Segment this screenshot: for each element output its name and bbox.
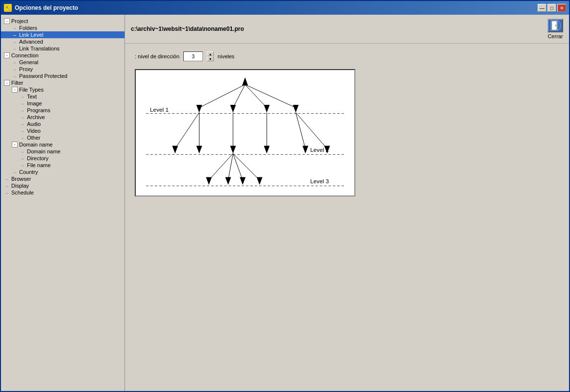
sidebar-item-domain-name[interactable]: – Domain name [1, 148, 124, 155]
sidebar-item-image[interactable]: – Image [1, 100, 124, 107]
svg-marker-35 [240, 177, 246, 185]
sidebar-item-password-protected[interactable]: – Password Protected [1, 73, 124, 79]
sidebar-item-filter[interactable]: - Filter [1, 79, 124, 86]
sidebar-label-country: Country [19, 169, 38, 175]
connector-advanced: – [12, 39, 18, 45]
sidebar-item-proxy[interactable]: – Proxy [1, 66, 124, 73]
nivel-row: : nivel de dirección ▲ ▼ niveles [135, 51, 559, 61]
sidebar-item-link-level[interactable]: – Link Level [1, 31, 124, 38]
sidebar-item-directory[interactable]: – Directory [1, 155, 124, 162]
cerrar-label: Cerrar [547, 33, 563, 39]
sidebar-label-directory: Directory [27, 155, 49, 161]
sidebar-item-text[interactable]: – Text [1, 93, 124, 100]
sidebar-item-general[interactable]: – General [1, 59, 124, 66]
sidebar-item-folders[interactable]: – Folders [1, 24, 124, 31]
connector-country: – [12, 169, 18, 175]
expand-icon-domain-name[interactable]: - [12, 142, 18, 147]
window-icon: 🔧 [4, 4, 12, 12]
sidebar-item-browser[interactable]: – Browser [1, 175, 124, 182]
nivel-spinner: ▲ ▼ [207, 51, 214, 61]
nivel-label: : nivel de dirección [135, 53, 179, 59]
svg-marker-10 [197, 105, 202, 113]
expand-icon-file-types[interactable]: - [12, 87, 18, 93]
connector-link-translations: – [12, 46, 18, 51]
connector-link-level: – [12, 32, 18, 38]
connector-folders: – [12, 25, 18, 31]
svg-marker-19 [172, 146, 178, 154]
title-bar: 🔧 Opciones del proyecto — □ ✕ [1, 1, 569, 15]
sidebar-label-file-types: File Types [19, 87, 44, 93]
sidebar-label-project: Project [11, 18, 28, 24]
sidebar-item-connection[interactable]: - Connection [1, 52, 124, 59]
spinner-down-button[interactable]: ▼ [207, 56, 214, 61]
connector-general: – [12, 59, 18, 65]
nivel-input[interactable] [183, 51, 203, 61]
nivel-suffix: niveles [218, 53, 234, 59]
svg-line-11 [233, 85, 245, 108]
sidebar-item-programs[interactable]: – Programs [1, 107, 124, 114]
sidebar-item-link-translations[interactable]: – Link Translations [1, 45, 124, 52]
sidebar-item-country[interactable]: – Country [1, 169, 124, 175]
svg-marker-31 [206, 177, 212, 185]
sidebar-item-display[interactable]: – Display [1, 182, 124, 189]
svg-line-18 [175, 113, 199, 149]
sidebar-item-project[interactable]: - Project [1, 18, 124, 24]
sidebar-item-audio[interactable]: – Audio [1, 121, 124, 127]
connector-directory: – [20, 155, 25, 161]
svg-rect-2 [555, 24, 556, 26]
connector-password-protected: – [12, 73, 18, 79]
expand-icon-connection[interactable]: - [4, 52, 10, 58]
title-bar-left: 🔧 Opciones del proyecto [4, 4, 78, 12]
svg-marker-23 [230, 146, 236, 154]
door-icon [549, 20, 561, 31]
sidebar-item-file-types[interactable]: - File Types [1, 86, 124, 93]
sidebar-item-other[interactable]: – Other [1, 134, 124, 141]
svg-marker-37 [257, 177, 263, 185]
close-button[interactable]: ✕ [557, 4, 566, 12]
spinner-up-button[interactable]: ▲ [207, 51, 214, 56]
sidebar-label-password-protected: Password Protected [19, 73, 67, 79]
sidebar-label-programs: Programs [27, 107, 50, 113]
sidebar-label-display: Display [11, 183, 29, 189]
sidebar-label-domain-name: Domain name [27, 148, 60, 154]
sidebar-label-connection: Connection [11, 52, 39, 58]
sidebar-item-domain-name-group[interactable]: - Domain name [1, 141, 124, 148]
sidebar-label-text: Text [27, 94, 37, 99]
connector-text: – [20, 94, 25, 99]
svg-marker-27 [302, 146, 308, 154]
sidebar-label-archive: Archive [27, 114, 45, 120]
minimize-button[interactable]: — [538, 4, 546, 12]
connector-file-name: – [20, 162, 25, 168]
expand-icon-project[interactable]: - [4, 18, 10, 24]
sidebar-label-link-level: Link Level [19, 32, 44, 38]
maximize-button[interactable]: □ [547, 4, 556, 12]
connector-proxy: – [12, 66, 18, 72]
right-panel: c:\archiv~1\websit~1\data\noname01.pro [125, 15, 569, 391]
connector-schedule: – [4, 190, 10, 196]
sidebar-label-image: Image [27, 100, 42, 106]
expand-icon-filter[interactable]: - [4, 80, 10, 86]
tree-diagram-svg: Level 1 Level 2 Level 3 [136, 70, 354, 196]
connector-image: – [20, 100, 25, 106]
sidebar-item-archive[interactable]: – Archive [1, 114, 124, 121]
cerrar-button[interactable]: Cerrar [547, 19, 563, 39]
svg-line-4 [558, 28, 560, 30]
level3-label: Level 3 [310, 178, 329, 185]
panel-header: c:\archiv~1\websit~1\data\noname01.pro [125, 15, 569, 44]
sidebar-label-general: General [19, 59, 38, 65]
connector-audio: – [20, 121, 25, 127]
sidebar-label-filter: Filter [11, 80, 23, 86]
sidebar-label-other: Other [27, 135, 41, 141]
svg-line-13 [245, 85, 267, 108]
sidebar-item-schedule[interactable]: – Schedule [1, 189, 124, 196]
sidebar-item-advanced[interactable]: – Advanced [1, 38, 124, 45]
sidebar-item-file-name[interactable]: – File name [1, 162, 124, 169]
svg-line-36 [233, 153, 259, 180]
level1-label: Level 1 [150, 106, 169, 113]
window-title: Opciones del proyecto [15, 4, 78, 11]
svg-line-15 [245, 85, 296, 108]
sidebar-label-link-translations: Link Translations [19, 46, 60, 51]
connector-video: – [20, 128, 25, 134]
sidebar-item-video[interactable]: – Video [1, 127, 124, 134]
main-window: 🔧 Opciones del proyecto — □ ✕ - Project … [0, 0, 570, 392]
